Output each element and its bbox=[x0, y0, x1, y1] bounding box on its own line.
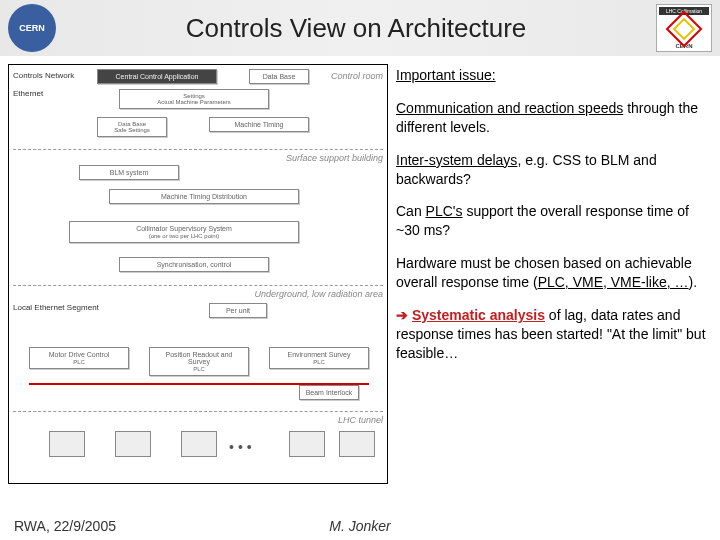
node-data-base-top: Data Base bbox=[249, 69, 309, 84]
node-env-l1: Environment Survey bbox=[287, 351, 350, 358]
label-ethernet: Ethernet bbox=[13, 89, 43, 98]
slide-header: Controls View on Architecture LHC Collim… bbox=[0, 0, 720, 56]
p-systematic: ➔ Systematic analysis of lag, data rates… bbox=[396, 306, 712, 363]
label-local-ethernet: Local Ethernet Segment bbox=[13, 303, 99, 312]
node-env: Environment Survey PLC bbox=[269, 347, 369, 369]
hw-b: PLC, VME, VME-like, … bbox=[538, 274, 689, 290]
node-position: Position Readout and Survey PLC bbox=[149, 347, 249, 376]
label-tunnel: LHC tunnel bbox=[338, 415, 383, 425]
p-plc-question: Can PLC's support the overall response t… bbox=[396, 202, 712, 240]
node-db-l2: Safe Settings bbox=[114, 127, 150, 133]
text-column: Important issue: Communication and react… bbox=[396, 64, 712, 496]
node-motor-l2: PLC bbox=[73, 359, 85, 365]
node-data-base: Data Base Safe Settings bbox=[97, 117, 167, 137]
node-env-l2: PLC bbox=[313, 359, 325, 365]
label-control-room: Control room bbox=[331, 71, 383, 81]
cern-logo-icon bbox=[8, 4, 56, 52]
tunnel-device-icon bbox=[181, 431, 217, 457]
footer-date: RWA, 22/9/2005 bbox=[0, 518, 116, 534]
node-motor-l1: Motor Drive Control bbox=[49, 351, 110, 358]
node-pos-l2: PLC bbox=[193, 366, 205, 372]
divider-3 bbox=[13, 411, 383, 412]
node-timing-dist: Machine Timing Distribution bbox=[109, 189, 299, 204]
tunnel-device-icon bbox=[115, 431, 151, 457]
footer-author: M. Jonker bbox=[329, 518, 390, 534]
tunnel-device-icon bbox=[49, 431, 85, 457]
node-css-title: Collimator Supervisory System bbox=[136, 225, 232, 232]
node-per-unit: Per unit bbox=[209, 303, 267, 318]
arrow-icon: ➔ bbox=[396, 307, 408, 323]
node-machine-timing: Machine Timing bbox=[209, 117, 309, 132]
tunnel-device-icon bbox=[339, 431, 375, 457]
p-comm-speeds: Communication and reaction speeds throug… bbox=[396, 99, 712, 137]
collimation-diamond-icon bbox=[666, 11, 703, 48]
plc-q-b: PLC's bbox=[426, 203, 463, 219]
node-css-sub: (one or two per LHC point) bbox=[149, 233, 220, 239]
p-hardware: Hardware must be chosen based on achieva… bbox=[396, 254, 712, 292]
slide-title: Controls View on Architecture bbox=[56, 13, 656, 44]
label-underground: Underground, low radiation area bbox=[254, 289, 383, 299]
node-beam-interlock: Beam Interlock bbox=[299, 385, 359, 400]
divider-2 bbox=[13, 285, 383, 286]
label-surface: Surface support building bbox=[286, 153, 383, 163]
collimation-logo-icon: LHC Collimation CERN bbox=[656, 4, 712, 52]
inter-system-u: Inter-system delays bbox=[396, 152, 517, 168]
node-pos-l1: Position Readout and Survey bbox=[166, 351, 233, 365]
systematic-analysis-label: Systematic analysis bbox=[412, 307, 545, 323]
slide-footer: RWA, 22/9/2005 M. Jonker bbox=[0, 518, 720, 534]
red-bus-line bbox=[29, 383, 369, 385]
node-sync: Synchronisation, control bbox=[119, 257, 269, 272]
tunnel-device-icon bbox=[289, 431, 325, 457]
p-inter-system: Inter-system delays, e.g. CSS to BLM and… bbox=[396, 151, 712, 189]
ellipsis-icon: ••• bbox=[229, 439, 256, 455]
node-central-app: Central Control Application bbox=[97, 69, 217, 84]
important-issue-label: Important issue: bbox=[396, 67, 496, 83]
node-motor: Motor Drive Control PLC bbox=[29, 347, 129, 369]
comm-speeds-u: Communication and reaction speeds bbox=[396, 100, 623, 116]
label-controls-network: Controls Network bbox=[13, 71, 74, 80]
node-css: Collimator Supervisory System (one or tw… bbox=[69, 221, 299, 243]
architecture-diagram: Controls Network Ethernet Control room C… bbox=[8, 64, 388, 484]
plc-q-a: Can bbox=[396, 203, 426, 219]
slide-content: Controls Network Ethernet Control room C… bbox=[0, 56, 720, 496]
node-settings: Settings Actual Machine Parameters bbox=[119, 89, 269, 109]
divider-1 bbox=[13, 149, 383, 150]
hw-c: ). bbox=[689, 274, 698, 290]
node-settings-l2: Actual Machine Parameters bbox=[157, 99, 231, 105]
p-important-issue: Important issue: bbox=[396, 66, 712, 85]
node-blm: BLM system bbox=[79, 165, 179, 180]
